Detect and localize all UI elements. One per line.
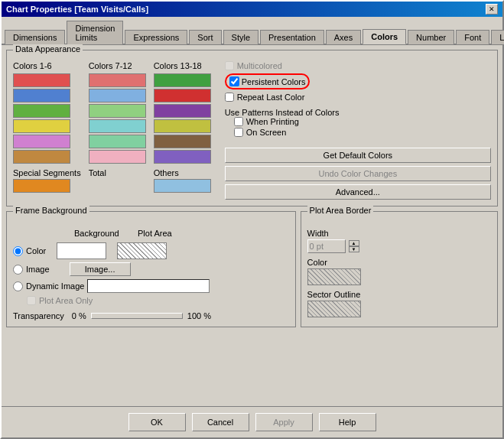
color-columns: Colors 1-6 Special Segments bbox=[13, 61, 211, 193]
color-swatch-5[interactable] bbox=[13, 135, 70, 148]
tab-colors[interactable]: Colors bbox=[363, 29, 406, 44]
tab-axes[interactable]: Axes bbox=[326, 30, 361, 44]
close-button[interactable]: ✕ bbox=[486, 4, 498, 15]
color-swatch-4[interactable] bbox=[13, 119, 70, 133]
main-window: Chart Properties [Team Visits/Calls] ✕ D… bbox=[0, 0, 504, 439]
border-color-swatch[interactable] bbox=[307, 268, 361, 285]
special-segments-label: Special Segments bbox=[13, 168, 81, 193]
dynamic-image-radio[interactable] bbox=[13, 281, 23, 291]
color-swatch-13[interactable] bbox=[154, 73, 211, 87]
spin-down-button[interactable]: ▼ bbox=[349, 246, 359, 252]
plot-area-swatch[interactable] bbox=[117, 242, 167, 259]
tab-expressions[interactable]: Expressions bbox=[125, 30, 187, 44]
width-header: Width bbox=[307, 229, 491, 238]
persistent-colors-circle: Persistent Colors bbox=[225, 73, 311, 89]
background-color-swatch[interactable] bbox=[57, 242, 106, 259]
on-screen-label: On Screen bbox=[246, 128, 287, 137]
image-radio[interactable] bbox=[13, 265, 23, 275]
advanced-button[interactable]: Advanced... bbox=[225, 184, 491, 200]
when-printing-checkbox[interactable] bbox=[234, 117, 243, 126]
help-button[interactable]: Help bbox=[319, 413, 376, 431]
plot-inner: Width ▲ ▼ Color bbox=[307, 223, 491, 317]
when-printing-row: When Printing bbox=[234, 117, 491, 126]
tab-number[interactable]: Number bbox=[408, 30, 454, 44]
border-color-header: Color bbox=[307, 258, 491, 267]
color-swatch-8[interactable] bbox=[89, 89, 146, 102]
sector-outline-area: Sector Outline bbox=[307, 290, 491, 317]
plot-area-only-checkbox[interactable] bbox=[27, 296, 36, 305]
width-input[interactable] bbox=[307, 239, 346, 253]
transparency-label: Transparency bbox=[13, 311, 64, 320]
data-appearance-label: Data Appearance bbox=[13, 44, 83, 54]
persistent-colors-checkbox[interactable] bbox=[229, 76, 239, 86]
width-area: Width ▲ ▼ bbox=[307, 229, 491, 253]
others-label-area: Others bbox=[154, 168, 211, 193]
pct-100-label: 100 % bbox=[187, 311, 211, 320]
spin-up-button[interactable]: ▲ bbox=[349, 240, 359, 246]
color-swatch-3[interactable] bbox=[13, 104, 70, 118]
dynamic-image-radio-label: Dynamic Image bbox=[26, 281, 84, 291]
color-swatch-14[interactable] bbox=[154, 89, 211, 102]
right-buttons: Get Default Colors Undo Color Changes Ad… bbox=[225, 148, 491, 200]
color-swatch-1[interactable] bbox=[13, 73, 70, 87]
repeat-last-color-row: Repeat Last Color bbox=[225, 93, 491, 102]
tab-sort[interactable]: Sort bbox=[189, 30, 221, 44]
bottom-buttons: OK Cancel Apply Help bbox=[2, 406, 502, 437]
image-radio-row: Image Image... bbox=[13, 262, 289, 276]
width-row: ▲ ▼ bbox=[307, 239, 491, 253]
use-patterns-label: Use Patterns Instead of Colors bbox=[225, 108, 491, 117]
bottom-sections: Frame Background Background Plot Area bbox=[6, 211, 498, 327]
title-bar-buttons: ✕ bbox=[486, 4, 498, 15]
colors-7-12-column: Colors 7-12 Total bbox=[89, 61, 146, 193]
color-swatch-16[interactable] bbox=[154, 119, 211, 133]
tab-layout[interactable]: Layout bbox=[491, 30, 504, 44]
apply-button[interactable]: Apply bbox=[255, 413, 313, 431]
repeat-last-color-checkbox[interactable] bbox=[225, 93, 234, 102]
ok-button[interactable]: OK bbox=[128, 413, 186, 431]
frame-background-section: Frame Background Background Plot Area bbox=[6, 211, 296, 327]
color-swatch-12[interactable] bbox=[89, 150, 146, 164]
color-swatch-10[interactable] bbox=[89, 119, 146, 133]
multicolored-checkbox[interactable] bbox=[225, 61, 234, 70]
cancel-button[interactable]: Cancel bbox=[192, 413, 249, 431]
dynamic-image-input[interactable] bbox=[87, 279, 210, 293]
tab-dimension-limits[interactable]: Dimension Limits bbox=[67, 21, 123, 44]
color-swatch-2[interactable] bbox=[13, 89, 70, 102]
colors-13-18-header: Colors 13-18 bbox=[154, 61, 211, 70]
colors-13-18-column: Colors 13-18 Others bbox=[154, 61, 211, 193]
frame-background-label: Frame Background bbox=[13, 206, 89, 215]
color-swatch-17[interactable] bbox=[154, 135, 211, 148]
tab-presentation[interactable]: Presentation bbox=[260, 30, 324, 44]
frame-cols-header: Background Plot Area bbox=[13, 229, 289, 239]
pct-0-label: 0 % bbox=[72, 311, 86, 320]
frame-inner: Background Plot Area Color bbox=[13, 223, 289, 320]
repeat-last-color-label: Repeat Last Color bbox=[237, 93, 305, 102]
tab-dimensions[interactable]: Dimensions bbox=[5, 30, 65, 44]
on-screen-row: On Screen bbox=[234, 128, 491, 137]
image-radio-label: Image bbox=[26, 265, 50, 274]
special-swatch[interactable] bbox=[13, 179, 70, 193]
color-radio-label: Color bbox=[26, 246, 46, 255]
spin-buttons: ▲ ▼ bbox=[349, 240, 359, 252]
others-swatch[interactable] bbox=[154, 179, 211, 193]
right-panel: Multicolored Persistent Colors Repeat La… bbox=[217, 61, 491, 200]
sector-outline-header: Sector Outline bbox=[307, 290, 491, 299]
patterns-indent: When Printing On Screen bbox=[234, 117, 491, 137]
on-screen-checkbox[interactable] bbox=[234, 128, 243, 137]
color-swatch-7[interactable] bbox=[89, 73, 146, 87]
color-radio[interactable] bbox=[13, 246, 23, 256]
color-swatch-6[interactable] bbox=[13, 150, 70, 164]
color-swatch-11[interactable] bbox=[89, 135, 146, 148]
title-bar: Chart Properties [Team Visits/Calls] ✕ bbox=[2, 2, 502, 17]
undo-color-changes-button[interactable]: Undo Color Changes bbox=[225, 166, 491, 181]
color-swatch-15[interactable] bbox=[154, 104, 211, 118]
tab-font[interactable]: Font bbox=[456, 30, 489, 44]
color-swatch-9[interactable] bbox=[89, 104, 146, 118]
tab-style[interactable]: Style bbox=[223, 30, 259, 44]
sector-outline-swatch[interactable] bbox=[307, 301, 361, 317]
background-col-header: Background bbox=[74, 229, 124, 239]
color-swatch-18[interactable] bbox=[154, 150, 211, 164]
transparency-slider[interactable] bbox=[91, 313, 183, 319]
get-default-colors-button[interactable]: Get Default Colors bbox=[225, 148, 491, 163]
image-button[interactable]: Image... bbox=[70, 262, 131, 276]
